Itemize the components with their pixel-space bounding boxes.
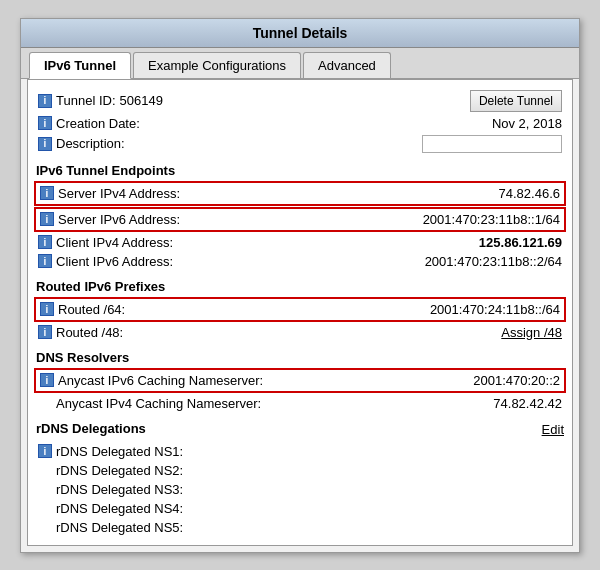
tab-ipv6-tunnel[interactable]: IPv6 Tunnel — [29, 52, 131, 79]
rdns-ns1-icon: i — [38, 444, 52, 458]
tunnel-id-icon: i — [38, 94, 52, 108]
description-label-group: i Description: — [38, 136, 125, 151]
anycast-ipv6-row: i Anycast IPv6 Caching Nameserver: 2001:… — [34, 368, 566, 393]
creation-date-label: Creation Date: — [56, 116, 140, 131]
tab-content: i Tunnel ID: 506149 Delete Tunnel i Crea… — [27, 79, 573, 546]
client-ipv4-label: Client IPv4 Address: — [56, 235, 173, 250]
rdns-header: rDNS Delegations — [36, 421, 146, 436]
tunnel-id-label: Tunnel ID: — [56, 93, 116, 108]
client-ipv4-value: 125.86.121.69 — [479, 235, 562, 250]
client-ipv4-row: i Client IPv4 Address: 125.86.121.69 — [36, 233, 564, 252]
rdns-ns3-label: rDNS Delegated NS3: — [56, 482, 183, 497]
description-icon: i — [38, 137, 52, 151]
rdns-edit-link[interactable]: Edit — [542, 422, 564, 437]
description-row: i Description: — [36, 133, 564, 155]
anycast-ipv6-icon: i — [40, 373, 54, 387]
rdns-ns2-label: rDNS Delegated NS2: — [56, 463, 183, 478]
rdns-ns4-row: rDNS Delegated NS4: — [36, 499, 564, 518]
routed-64-label: Routed /64: — [58, 302, 125, 317]
content-inner: i Tunnel ID: 506149 Delete Tunnel i Crea… — [36, 88, 564, 537]
routed-48-value[interactable]: Assign /48 — [501, 325, 562, 340]
window-title: Tunnel Details — [21, 19, 579, 48]
routed-48-icon: i — [38, 325, 52, 339]
tunnel-details-window: Tunnel Details IPv6 Tunnel Example Confi… — [20, 18, 580, 553]
routed-prefixes-header: Routed IPv6 Prefixes — [36, 279, 564, 294]
rdns-header-row: rDNS Delegations Edit — [36, 421, 564, 439]
dns-resolvers-header: DNS Resolvers — [36, 350, 564, 365]
tunnel-id-value: 506149 — [120, 93, 163, 108]
rdns-ns3-row: rDNS Delegated NS3: — [36, 480, 564, 499]
routed-64-icon: i — [40, 302, 54, 316]
rdns-ns4-label: rDNS Delegated NS4: — [56, 501, 183, 516]
rdns-ns1-row: i rDNS Delegated NS1: — [36, 442, 564, 461]
routed-64-row: i Routed /64: 2001:470:24:11b8::/64 — [34, 297, 566, 322]
tab-example-configurations[interactable]: Example Configurations — [133, 52, 301, 78]
rdns-ns2-row: rDNS Delegated NS2: — [36, 461, 564, 480]
tab-bar: IPv6 Tunnel Example Configurations Advan… — [21, 48, 579, 79]
routed-48-label: Routed /48: — [56, 325, 123, 340]
creation-date-row: i Creation Date: Nov 2, 2018 — [36, 114, 564, 133]
endpoints-header: IPv6 Tunnel Endpoints — [36, 163, 564, 178]
creation-date-value: Nov 2, 2018 — [492, 116, 562, 131]
anycast-ipv4-row: Anycast IPv4 Caching Nameserver: 74.82.4… — [36, 394, 564, 413]
routed-64-value: 2001:470:24:11b8::/64 — [430, 302, 560, 317]
rdns-ns1-label: rDNS Delegated NS1: — [56, 444, 183, 459]
client-ipv6-label: Client IPv6 Address: — [56, 254, 173, 269]
description-label: Description: — [56, 136, 125, 151]
rdns-ns5-label: rDNS Delegated NS5: — [56, 520, 183, 535]
server-ipv6-value: 2001:470:23:11b8::1/64 — [423, 212, 560, 227]
tunnel-id-label-group: i Tunnel ID: 506149 — [38, 93, 163, 108]
tunnel-id-row: i Tunnel ID: 506149 Delete Tunnel — [36, 88, 564, 114]
rdns-ns5-row: rDNS Delegated NS5: — [36, 518, 564, 537]
server-ipv4-value: 74.82.46.6 — [499, 186, 560, 201]
server-ipv4-icon: i — [40, 186, 54, 200]
tab-advanced[interactable]: Advanced — [303, 52, 391, 78]
creation-date-icon: i — [38, 116, 52, 130]
delete-tunnel-button[interactable]: Delete Tunnel — [470, 90, 562, 112]
description-input[interactable] — [422, 135, 562, 153]
server-ipv4-row: i Server IPv4 Address: 74.82.46.6 — [34, 181, 566, 206]
server-ipv6-label: Server IPv6 Address: — [58, 212, 180, 227]
client-ipv4-icon: i — [38, 235, 52, 249]
server-ipv6-icon: i — [40, 212, 54, 226]
creation-date-label-group: i Creation Date: — [38, 116, 140, 131]
anycast-ipv6-label: Anycast IPv6 Caching Nameserver: — [58, 373, 263, 388]
anycast-ipv4-label: Anycast IPv4 Caching Nameserver: — [56, 396, 261, 411]
routed-48-row: i Routed /48: Assign /48 — [36, 323, 564, 342]
client-ipv6-icon: i — [38, 254, 52, 268]
client-ipv6-row: i Client IPv6 Address: 2001:470:23:11b8:… — [36, 252, 564, 271]
server-ipv4-label: Server IPv4 Address: — [58, 186, 180, 201]
server-ipv6-row: i Server IPv6 Address: 2001:470:23:11b8:… — [34, 207, 566, 232]
anycast-ipv4-value: 74.82.42.42 — [493, 396, 562, 411]
anycast-ipv6-value: 2001:470:20::2 — [473, 373, 560, 388]
client-ipv6-value: 2001:470:23:11b8::2/64 — [425, 254, 562, 269]
